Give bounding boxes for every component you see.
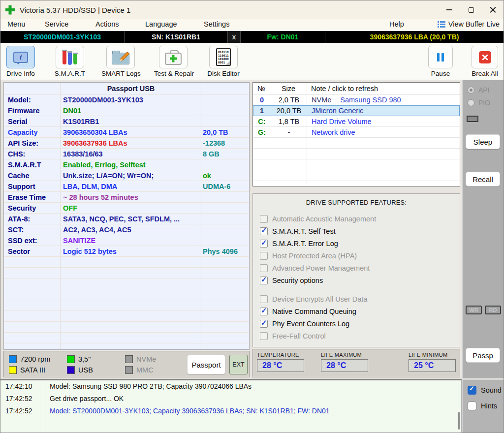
infobar-model: ST20000DM001-3YK103: [0, 31, 125, 43]
feature-checkbox[interactable]: [260, 252, 268, 260]
legend-color-swatch: [67, 355, 75, 363]
legend-label: 7200 rpm: [20, 355, 50, 363]
api-radio[interactable]: [468, 87, 474, 93]
device-row[interactable]: 1 20,0 TB JMicron Generic: [253, 105, 460, 116]
feature-item[interactable]: S.M.A.R.T. Error Log: [260, 237, 460, 249]
feature-checkbox[interactable]: [260, 332, 268, 340]
passport-row-label: Serial: [8, 116, 28, 127]
menu-item-service[interactable]: Service: [45, 20, 68, 28]
device-row[interactable]: G: - Network drive: [253, 127, 460, 138]
passport-row: Capacity 39063650304 LBAs 20,0 TB: [4, 127, 249, 138]
log-timestamp: 17:42:52: [5, 393, 32, 405]
log-scrollbar[interactable]: [458, 412, 460, 430]
passport-row-value: LBA, DLM, DMA: [63, 181, 117, 192]
view-buffer-label: View Buffer Live: [448, 20, 500, 28]
passp-button[interactable]: Passp: [466, 348, 500, 363]
device-size: -: [271, 127, 307, 138]
passport-row-value: SANITIZE: [63, 235, 95, 246]
feature-checkbox[interactable]: [260, 295, 268, 303]
feature-checkbox[interactable]: [260, 308, 268, 315]
passport-row: Erase Time ~ 28 hours 52 minutes: [4, 192, 249, 203]
passport-row-value: 39063650304 LBAs: [63, 127, 127, 138]
life-maximum-label: LIFE MAXIMUM: [321, 352, 368, 358]
legend-color-swatch: [125, 355, 133, 363]
feature-item[interactable]: Native Command Queuing: [260, 305, 460, 317]
passport-row-extra: 8 GB: [203, 149, 220, 159]
break-all-button[interactable]: Break All: [466, 46, 504, 77]
feature-label: S.M.A.R.T. Error Log: [272, 240, 338, 247]
passport-row: API Size: 39063637936 LBAs -12368: [4, 138, 249, 149]
feature-item[interactable]: S.M.A.R.T. Self Test: [260, 225, 460, 237]
activity-led: [467, 116, 478, 122]
disk-editor-button[interactable]: 010110 110011 101000 0001 Disk Editor: [204, 46, 243, 77]
disk-editor-label: Disk Editor: [204, 70, 243, 77]
passport-refresh-button[interactable]: Passport: [187, 355, 225, 374]
device-row[interactable]: C: 1,8 TB Hard Drive Volume: [253, 116, 460, 127]
bottom-right-panel: Sound Hints: [462, 379, 504, 433]
menu-item-menu[interactable]: Menu: [7, 20, 25, 28]
passport-row-value: SATA3, NCQ, PEC, SCT, SFDLM, ...: [63, 214, 180, 224]
rd-button[interactable]: RD: [485, 306, 501, 314]
maximize-button[interactable]: [460, 0, 482, 19]
feature-checkbox[interactable]: [260, 277, 268, 284]
device-list-panel: № Size Note / click to refresh 0 2,0 TB …: [252, 82, 460, 186]
ext-button[interactable]: EXT: [229, 355, 248, 374]
test-repair-button[interactable]: Test & Repair: [154, 46, 192, 77]
feature-item[interactable]: Security options: [260, 274, 460, 286]
feature-checkbox[interactable]: [260, 215, 268, 223]
feature-item[interactable]: Device Encrypts All User Data: [260, 293, 460, 305]
wr-button[interactable]: WR: [466, 306, 482, 314]
pio-radio[interactable]: [468, 99, 474, 106]
passport-row: SSD ext: SANITIZE: [4, 235, 249, 246]
infobar-x-button[interactable]: x: [228, 31, 241, 43]
menu-item-actions[interactable]: Actions: [95, 20, 119, 28]
passport-row: SCT: AC2, AC3, AC4, AC5: [4, 224, 249, 235]
temperature-panel: TEMPERATURE 28 °C LIFE MAXIMUM 28 °C LIF…: [252, 349, 460, 377]
feature-checkbox[interactable]: [260, 264, 268, 272]
close-button[interactable]: [482, 0, 504, 19]
smart-button[interactable]: S.M.A.R.T: [51, 46, 89, 77]
legend-item: SATA III: [9, 365, 67, 375]
device-note: Network drive: [312, 127, 364, 138]
sleep-button[interactable]: Sleep: [466, 134, 500, 149]
drive-info-button[interactable]: i Drive Info: [1, 46, 40, 77]
passport-row-value: Enabled, Errlog, Selftest: [63, 159, 146, 170]
feature-item[interactable]: Host Protected Area (HPA): [260, 249, 460, 262]
view-buffer-icon: [438, 21, 445, 28]
sound-checkbox[interactable]: [468, 386, 476, 395]
menu-item-settings[interactable]: Settings: [204, 20, 229, 28]
passport-row: Serial K1S01RB1: [4, 116, 249, 127]
binary-line: 010110: [218, 50, 230, 54]
feature-item[interactable]: Automatic Acoustic Management: [260, 213, 460, 225]
passport-row: Security OFF: [4, 203, 249, 214]
feature-item[interactable]: Free-Fall Control: [260, 330, 460, 342]
log-entry: 17:42:10 Model: Samsung SSD 980 PRO 2TB;…: [0, 380, 461, 393]
smart-logs-button[interactable]: SMART Logs: [101, 46, 140, 77]
menu-item-language[interactable]: Language: [145, 20, 177, 28]
passport-row-label: Security: [8, 203, 36, 214]
passport-row: CHS: 16383/16/63 8 GB: [4, 149, 249, 159]
feature-item[interactable]: Phy Event Counters Log: [260, 317, 460, 330]
passport-row-value: AC2, AC3, AC4, AC5: [63, 224, 131, 235]
feature-item[interactable]: Advanced Power Management: [260, 262, 460, 274]
hints-checkbox[interactable]: [468, 402, 476, 410]
feature-checkbox[interactable]: [260, 227, 268, 235]
smart-tubes-icon: [63, 50, 77, 65]
device-row[interactable]: 0 2,0 TB NVMeSamsung SSD 980: [253, 94, 460, 105]
device-size: 20,0 TB: [271, 106, 307, 116]
feature-checkbox[interactable]: [260, 240, 268, 247]
menu-item-help[interactable]: Help: [389, 20, 404, 28]
view-buffer-live-button[interactable]: View Buffer Live: [438, 20, 500, 28]
minimize-button[interactable]: [439, 0, 460, 19]
legend-panel: 7200 rpm SATA III 3,5" USB: [3, 351, 250, 377]
pause-button[interactable]: Pause: [421, 46, 460, 77]
device-size: 2,0 TB: [271, 95, 307, 105]
features-title: DRIVE SUPPORTED FEATURES:: [253, 199, 460, 206]
drive-info-icon: i: [13, 52, 28, 63]
recall-button[interactable]: Recall: [466, 172, 500, 186]
feature-checkbox[interactable]: [260, 320, 268, 328]
legend-item: 7200 rpm: [9, 354, 67, 365]
device-header-note[interactable]: Note / click to refresh: [311, 83, 378, 94]
device-note: JMicron Generic: [312, 106, 373, 116]
features-list: Automatic Acoustic Management S.M.A.R.T.…: [260, 213, 460, 342]
